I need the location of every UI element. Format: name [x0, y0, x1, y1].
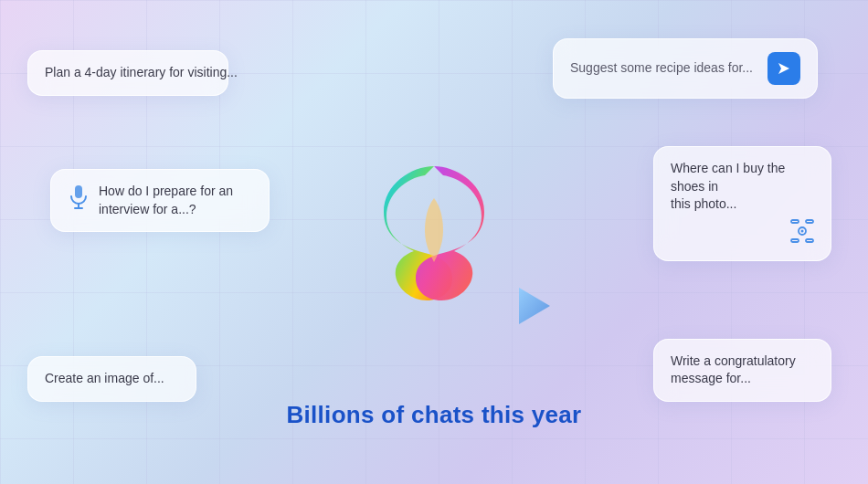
camera-icon: [790, 219, 814, 248]
headline: Billions of chats this year: [286, 401, 581, 429]
itinerary-text: Plan a 4-day itinerary for visiting...: [45, 65, 238, 79]
shoes-card: Where can I buy the shoes in this photo.…: [653, 146, 831, 261]
arrow-decoration: [512, 283, 557, 332]
send-button[interactable]: [767, 52, 800, 85]
interview-line2: interview for a...?: [99, 201, 233, 219]
shoes-line1: Where can I buy the shoes in: [671, 160, 814, 195]
svg-rect-0: [75, 185, 82, 198]
headline-text: Billions of chats this year: [286, 401, 581, 428]
itinerary-card: Plan a 4-day itinerary for visiting...: [27, 50, 228, 96]
svg-marker-12: [519, 288, 550, 324]
interview-card: How do I prepare for an interview for a.…: [50, 169, 270, 232]
mic-icon: [68, 184, 90, 216]
svg-rect-6: [791, 239, 799, 242]
interview-line1: How do I prepare for an: [99, 183, 233, 201]
interview-text: How do I prepare for an interview for a.…: [99, 183, 233, 218]
svg-marker-3: [778, 63, 789, 74]
svg-rect-5: [806, 220, 813, 223]
svg-point-9: [801, 229, 804, 232]
congrats-line2: message for...: [671, 370, 814, 388]
shoes-line2: this photo...: [671, 195, 814, 214]
image-text: Create an image of...: [45, 371, 164, 385]
recipe-card[interactable]: Suggest some recipe ideas for...: [553, 38, 818, 99]
svg-rect-4: [791, 220, 799, 223]
copilot-logo: [352, 143, 516, 308]
image-card: Create an image of...: [27, 356, 196, 402]
svg-rect-7: [806, 239, 813, 242]
congrats-card: Write a congratulatory message for...: [653, 339, 831, 402]
congrats-line1: Write a congratulatory: [671, 352, 814, 371]
recipe-text: Suggest some recipe ideas for...: [570, 59, 758, 78]
